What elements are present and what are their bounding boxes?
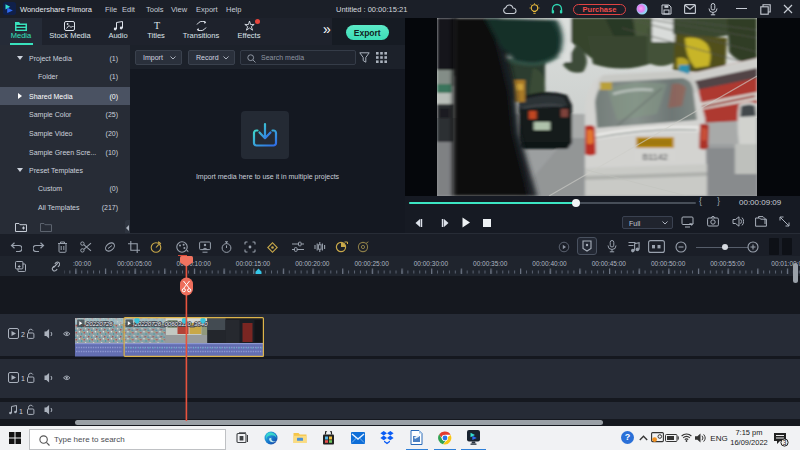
svg-text:1: 1 <box>21 375 25 382</box>
svg-text:2: 2 <box>21 331 25 338</box>
svg-text:00:00:50:00: 00:00:50:00 <box>651 260 686 267</box>
svg-text:00:00:15:00: 00:00:15:00 <box>236 260 271 267</box>
svg-text:20220726: 20220726 <box>85 321 113 327</box>
svg-text:00:00:45:00: 00:00:45:00 <box>592 260 627 267</box>
svg-text:00:00:30:00: 00:00:30:00 <box>414 260 449 267</box>
svg-text:3: 3 <box>783 439 787 446</box>
svg-text:00:00:25:00: 00:00:25:00 <box>354 260 389 267</box>
svg-text:00:00:40:00: 00:00:40:00 <box>532 260 567 267</box>
svg-text:1: 1 <box>19 408 23 415</box>
svg-text:00:00:55:00: 00:00:55:00 <box>710 260 745 267</box>
svg-text:00:00:05:00: 00:00:05:00 <box>117 260 152 267</box>
svg-text:00:00:20:00: 00:00:20:00 <box>295 260 330 267</box>
svg-text:00:00:35:00: 00:00:35:00 <box>473 260 508 267</box>
svg-text::00:00: :00:00 <box>73 260 91 267</box>
